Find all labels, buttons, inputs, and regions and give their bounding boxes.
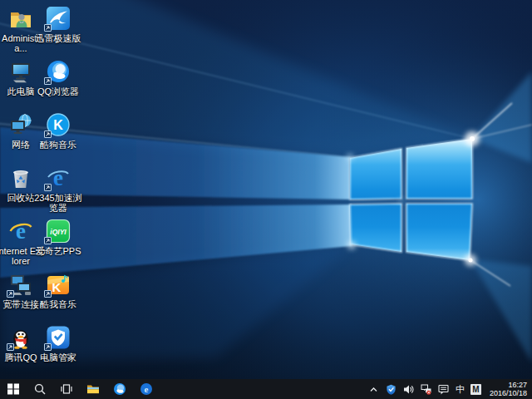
2345-browser-taskbar-button[interactable]: e — [133, 379, 160, 399]
icon-label: 2345加速浏览器 — [33, 193, 83, 213]
network-globe-icon — [8, 112, 33, 137]
pc-manager-shield-icon — [46, 325, 71, 350]
this-pc-monitor-icon — [8, 59, 33, 84]
recycle-bin-icon — [8, 165, 33, 190]
kuwo-music-icon: K — [46, 272, 71, 297]
svg-text:e: e — [145, 384, 149, 394]
icon-label: 电脑管家 — [33, 352, 83, 362]
desktop-icon-pc-manager[interactable]: 电脑管家 — [38, 325, 78, 362]
desktop-icon-internet-explorer[interactable]: e Internet Explorer — [1, 219, 41, 266]
icon-label: 酷狗音乐 — [33, 140, 83, 150]
user-folder-icon — [8, 6, 33, 31]
shortcut-arrow-badge — [7, 343, 14, 351]
qq-browser-icon — [113, 382, 126, 396]
tray-network-button[interactable] — [421, 382, 432, 396]
file-explorer-button[interactable] — [80, 379, 106, 399]
taskbar: e — [0, 379, 532, 399]
chevron-up-icon — [368, 384, 379, 395]
qq-browser-taskbar-button[interactable] — [106, 379, 133, 399]
speaker-icon — [403, 384, 414, 395]
shortcut-arrow-badge — [7, 290, 14, 298]
xunlei-bird-icon — [46, 6, 71, 31]
desktop-icon-2345-browser[interactable]: e 2345加速浏览器 — [38, 165, 78, 213]
search-button[interactable] — [27, 379, 53, 399]
network-disconnected-icon — [421, 384, 431, 395]
system-tray: 中 M 16:27 2016/10/18 — [368, 379, 532, 399]
qq-browser-icon — [46, 59, 71, 84]
kugou-music-icon: K — [46, 112, 71, 137]
shortcut-arrow-badge — [44, 77, 52, 85]
tray-volume-button[interactable] — [403, 382, 415, 396]
icon-label: QQ浏览器 — [33, 86, 83, 96]
shortcut-arrow-badge — [44, 343, 52, 351]
2345-browser-icon: e — [140, 382, 153, 396]
shortcut-arrow-badge — [44, 290, 52, 298]
svg-text:iQIYI: iQIYI — [50, 228, 66, 236]
taskbar-left: e — [0, 379, 160, 399]
shield-icon — [386, 384, 397, 395]
ime-mode-badge-button[interactable]: M — [470, 384, 481, 395]
desktop-icon-qq-browser[interactable]: QQ浏览器 — [38, 59, 78, 96]
task-view-icon — [60, 382, 73, 396]
desktop-icon-administrator[interactable]: Administra... — [1, 6, 41, 53]
shortcut-arrow-badge — [44, 131, 52, 138]
icon-label: 爱奇艺PPS — [33, 246, 83, 256]
shortcut-arrow-badge — [44, 184, 52, 191]
taskbar-clock[interactable]: 16:27 2016/10/18 — [487, 381, 527, 397]
icon-label: 迅雷极速版 — [33, 33, 83, 43]
action-center-icon — [438, 384, 449, 395]
svg-text:K: K — [52, 280, 62, 294]
icon-label: 酷我音乐 — [33, 299, 83, 309]
2345-browser-icon: e — [46, 165, 71, 190]
ime-language-mode-button[interactable]: 中 — [456, 382, 465, 396]
svg-text:K: K — [53, 118, 63, 132]
qq-penguin-icon — [8, 325, 33, 350]
clock-date: 2016/10/18 — [490, 389, 527, 397]
desktop-icon-xunlei[interactable]: 迅雷极速版 — [38, 6, 78, 43]
iqiyi-pps-icon: iQIYI — [46, 219, 71, 244]
windows-logo-icon — [7, 382, 20, 396]
shortcut-arrow-badge — [44, 24, 52, 32]
task-view-button[interactable] — [53, 379, 80, 399]
clock-time: 16:27 — [490, 381, 527, 389]
broadband-connection-icon — [8, 272, 33, 297]
svg-text:e: e — [16, 219, 26, 244]
tray-action-center-button[interactable] — [438, 382, 450, 396]
shortcut-arrow-badge — [44, 237, 52, 244]
start-button[interactable] — [0, 379, 27, 399]
tray-pc-manager-button[interactable] — [386, 382, 397, 396]
internet-explorer-icon: e — [8, 219, 33, 244]
desktop-icon-kugou-music[interactable]: K 酷狗音乐 — [38, 112, 78, 150]
desktop-area[interactable]: Administra... 迅雷极速版 — [0, 0, 532, 379]
windows-hero-wallpaper — [0, 0, 532, 379]
file-explorer-icon — [86, 382, 100, 396]
desktop-icon-iqiyi-pps[interactable]: iQIYI 爱奇艺PPS — [38, 219, 78, 256]
tray-chevron-button[interactable] — [368, 382, 380, 396]
search-icon — [33, 382, 47, 396]
desktop-icon-kuwo-music[interactable]: K 酷我音乐 — [38, 272, 78, 309]
svg-text:e: e — [53, 165, 63, 190]
